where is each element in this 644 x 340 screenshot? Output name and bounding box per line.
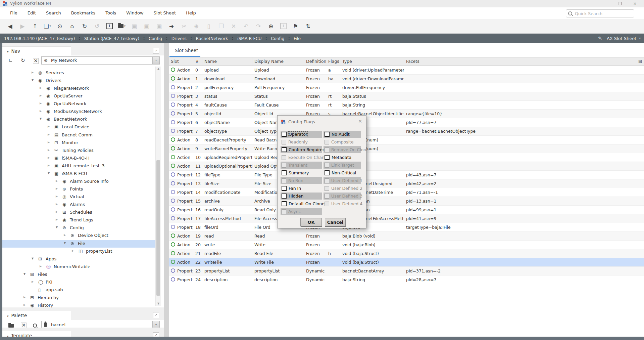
table-row-download[interactable]: Action1downloadDownloadFrozenhavoid (dri… xyxy=(169,75,644,83)
checkbox-non-critical[interactable] xyxy=(325,170,330,175)
table-row-propertyList[interactable]: Property23propertyListpropertyListDynami… xyxy=(169,267,644,275)
nav-item-ahu-remote-test-3[interactable]: ▶▣AHU_remote_test_3 xyxy=(2,162,155,170)
menu-edit[interactable]: Edit xyxy=(28,7,36,19)
chevron-expanded-icon[interactable]: ▼ xyxy=(40,117,42,120)
column-header-definition[interactable]: Definition xyxy=(304,57,326,66)
table-row-readBacnetProperty[interactable]: Action8readBacnetPropertyRead Bacnet Pro… xyxy=(169,136,644,144)
table-row-uploadRequiredProperties[interactable]: Action10uploadRequiredPropertiesUpload R… xyxy=(169,153,644,162)
flag-option-no-audit[interactable]: No Audit xyxy=(324,131,361,138)
chevron-collapsed-icon[interactable]: ▶ xyxy=(32,71,34,74)
nav-item-device-object[interactable]: ▶⊛Device Object xyxy=(2,232,155,240)
checkbox-summary[interactable] xyxy=(282,170,287,175)
table-row-fileSize[interactable]: Property13fileSizeFile SizeFrozenbacnet:… xyxy=(169,179,644,188)
scroll-down-icon[interactable]: ▼ xyxy=(156,302,161,305)
table-row-read[interactable]: Action19readReadFrozenbaja:Blob (void) xyxy=(169,232,644,241)
breadcrumb-item-config[interactable]: Config xyxy=(149,36,162,41)
add-icon[interactable]: ⊕ xyxy=(266,22,276,31)
nav-item-opcuanetwork[interactable]: ▶◉OpcUaNetwork xyxy=(2,100,155,108)
chevron-collapsed-icon[interactable]: ▶ xyxy=(56,187,58,190)
chevron-collapsed-icon[interactable]: ▶ xyxy=(40,265,42,268)
breadcrumb-item-drivers[interactable]: Drivers xyxy=(171,36,187,41)
nav-item-services[interactable]: ▶◍Services xyxy=(2,69,155,77)
menu-help[interactable]: Help xyxy=(186,7,196,19)
menu-bookmarks[interactable]: Bookmarks xyxy=(71,7,96,19)
table-row-fileType[interactable]: Property12fileTypeFile TypeFrozenbaja:St… xyxy=(169,171,644,179)
chevron-collapsed-icon[interactable]: ▶ xyxy=(40,94,42,97)
nav-item-virtual[interactable]: ▶◎Virtual xyxy=(2,193,155,201)
nav-item-tuning-policies[interactable]: ▶✂Tuning Policies xyxy=(2,147,155,155)
dialog-close-icon[interactable]: ✕ xyxy=(358,119,362,124)
checkbox-no-audit[interactable] xyxy=(325,132,330,137)
nav-item-schedules[interactable]: ▶⊞Schedules xyxy=(2,209,155,216)
breadcrumb-item-isma-b-fcu[interactable]: iSMA-B-FCU xyxy=(237,36,262,41)
refresh-icon[interactable]: ↻ xyxy=(21,57,25,63)
nav-item-apps[interactable]: ▼⊞Apps xyxy=(2,255,155,263)
cancel-button[interactable]: Cancel xyxy=(325,218,346,226)
chevron-collapsed-icon[interactable]: ▶ xyxy=(56,179,58,182)
chevron-expanded-icon[interactable]: ▼ xyxy=(56,226,58,229)
nav-header-tab[interactable]: ▾Nav xyxy=(2,46,71,55)
nav-item-modbusasyncnetwork[interactable]: ▶◉ModbusAsyncNetwork xyxy=(2,108,155,116)
flag-option-default-on-clone[interactable]: Default On Clone xyxy=(281,200,322,207)
column-header-display-name[interactable]: Display Name xyxy=(252,57,304,66)
quick-search[interactable] xyxy=(566,9,634,17)
chevron-collapsed-icon[interactable]: ▶ xyxy=(56,218,58,221)
column-header-facets[interactable]: Facets xyxy=(404,57,644,66)
close-button[interactable]: ✕ xyxy=(630,1,640,7)
table-row-modificationDate[interactable]: Property14modificationDateModification D… xyxy=(169,188,644,197)
table-row-fileOrd[interactable]: Property18fileOrdFile OrdFrozenbaja:Ordt… xyxy=(169,223,644,232)
popout-icon[interactable]: ↗ xyxy=(153,312,159,318)
nav-item-isma-b-4o-h[interactable]: ▶▣iSMA-B-4O-H xyxy=(2,155,155,162)
menu-slot-sheet[interactable]: Slot Sheet xyxy=(154,7,176,19)
checkbox-confirm-required[interactable] xyxy=(282,147,287,152)
checkbox-hidden[interactable] xyxy=(282,194,287,199)
table-row-upload[interactable]: Action0uploadUploadFrozenavoid (driver:U… xyxy=(169,66,644,75)
template-header-tab[interactable]: ▾Template xyxy=(2,331,71,337)
chevron-collapsed-icon[interactable]: ▶ xyxy=(48,156,50,159)
table-row-objectName[interactable]: Property6objectNameObject NameFrozenbaja… xyxy=(169,118,644,127)
popout-icon[interactable]: ↗ xyxy=(153,48,159,54)
table-row-status[interactable]: Property3statusStatusFrozenrtbaja:Status xyxy=(169,92,644,101)
nav-item-bacnet-comm[interactable]: ▶▤Bacnet Comm xyxy=(2,131,155,139)
menu-search[interactable]: Search xyxy=(46,7,61,19)
nav-item-isma-b-fcu[interactable]: ▼▣iSMA-B-FCU xyxy=(2,170,155,178)
nav-item-numericwritable[interactable]: ▶ⓃNumericWritable xyxy=(2,263,155,271)
chevron-collapsed-icon[interactable]: ▶ xyxy=(72,249,74,252)
panel-divider[interactable] xyxy=(164,43,169,337)
menu-window[interactable]: Window xyxy=(126,7,143,19)
nav-item-alarms[interactable]: ▶◉Alarms xyxy=(2,201,155,209)
up-level-icon[interactable]: ↑ xyxy=(30,22,40,31)
table-row-faultCause[interactable]: Property4faultCauseFault CauseFrozenrtba… xyxy=(169,101,644,110)
nav-item-points[interactable]: ▶⊕Points xyxy=(2,185,155,193)
flag-option-metadata[interactable]: Metadata xyxy=(324,154,361,161)
reorder-icon[interactable]: ⇅ xyxy=(303,22,313,31)
clear-icon[interactable]: ✕ xyxy=(33,58,39,64)
dialog-title-bar[interactable]: Config Flags ✕ xyxy=(278,116,366,129)
table-row-write[interactable]: Action20writeWriteFrozenvoid (baja:Blob) xyxy=(169,241,644,249)
column-header-[interactable]: # xyxy=(193,57,202,66)
nav-item-bacnetnetwork[interactable]: ▼◉BacnetNetwork xyxy=(2,116,155,123)
nav-item-app-sab[interactable]: ▯app.sab xyxy=(2,286,155,294)
recent-icon[interactable]: ⊙ xyxy=(55,22,64,31)
nav-item-local-device[interactable]: ▶▣Local Device xyxy=(2,123,155,131)
chevron-collapsed-icon[interactable]: ▶ xyxy=(40,102,42,105)
ok-button[interactable]: OK xyxy=(300,218,322,226)
chevron-expanded-icon[interactable]: ▼ xyxy=(64,242,66,245)
column-header-flags[interactable]: Flags xyxy=(326,57,340,66)
quick-search-input[interactable] xyxy=(574,11,629,16)
tab-slot-sheet[interactable]: Slot Sheet xyxy=(170,45,203,56)
breadcrumb-item-bacnetnetwork[interactable]: BacnetNetwork xyxy=(196,36,228,41)
combo-dropdown-button[interactable]: ▾ xyxy=(152,57,159,64)
refresh-icon[interactable]: ↻ xyxy=(80,22,89,31)
breadcrumb-item-config[interactable]: Config xyxy=(271,36,284,41)
breadcrumb-item-station-jace-47-testowy[interactable]: Station (JACE_47_testowy) xyxy=(84,36,139,41)
breadcrumb-item-file[interactable]: File xyxy=(294,36,301,41)
back-icon[interactable]: ◀ xyxy=(5,22,15,31)
table-row-readFile[interactable]: Action21readFileRead FileFrozenhvoid (ba… xyxy=(169,249,644,258)
flag-option-non-critical[interactable]: Non-Critical xyxy=(324,169,361,176)
open-folder-icon[interactable]: ▾ xyxy=(117,22,127,31)
window-selector-icon[interactable]: ❏▾ xyxy=(43,22,52,31)
nav-item-trend-logs[interactable]: ▶◉Trend Logs xyxy=(2,216,155,224)
restore-button[interactable]: ❐ xyxy=(615,1,625,7)
flag-option-summary[interactable]: Summary xyxy=(281,169,322,176)
